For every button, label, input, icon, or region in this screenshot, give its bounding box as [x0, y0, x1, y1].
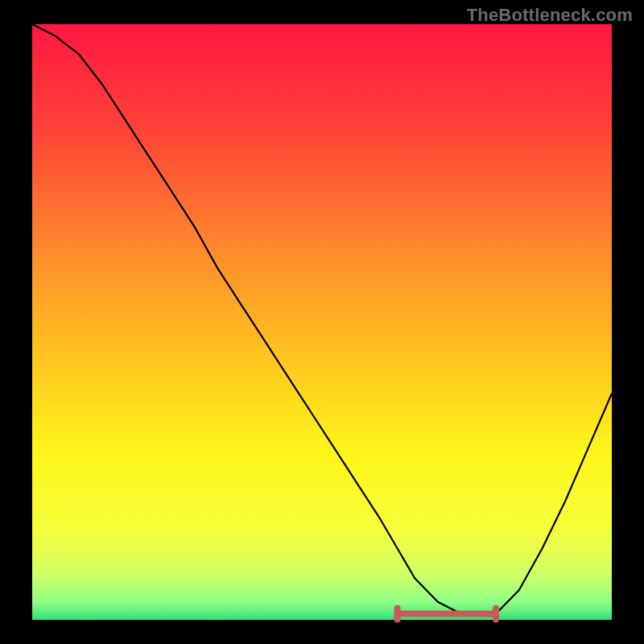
bottleneck-chart [0, 0, 644, 644]
watermark-text: TheBottleneck.com [467, 5, 633, 26]
chart-background [32, 24, 612, 620]
